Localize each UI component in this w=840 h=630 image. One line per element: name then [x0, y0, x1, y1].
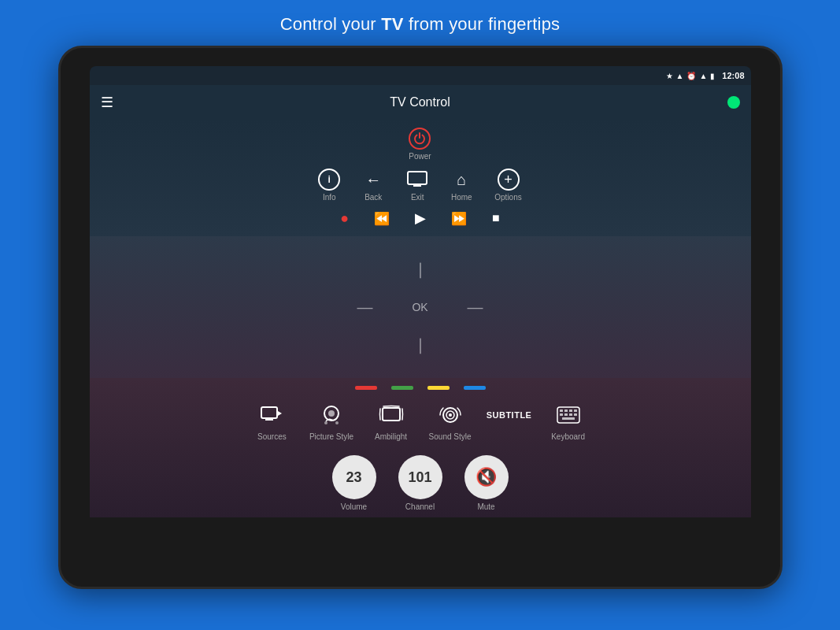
ambilight-icon: [377, 401, 405, 429]
volume-button[interactable]: 23 Volume: [332, 455, 376, 511]
ambilight-svg: [379, 404, 404, 426]
wifi-icon: ▲: [676, 72, 684, 80]
back-label: Back: [364, 193, 382, 202]
keyboard-svg: [557, 406, 580, 424]
picture-style-label: Picture Style: [309, 432, 353, 441]
back-button[interactable]: ← Back: [362, 169, 384, 202]
svg-rect-16: [574, 410, 577, 412]
svg-rect-17: [560, 413, 563, 416]
home-label: Home: [451, 193, 472, 202]
dpad-left-button[interactable]: —: [357, 298, 373, 317]
sound-style-button[interactable]: Sound Style: [428, 401, 472, 441]
back-icon: ←: [362, 169, 384, 191]
sources-button[interactable]: Sources: [250, 401, 294, 441]
power-label: Power: [409, 152, 431, 161]
keyboard-label: Keyboard: [551, 432, 585, 441]
media-row: ● ⏪ ▶ ⏩ ■: [90, 209, 751, 227]
svg-rect-14: [564, 410, 568, 412]
volume-value: 23: [346, 469, 361, 486]
picture-style-icon: [317, 401, 346, 429]
volume-label: Volume: [341, 502, 367, 511]
vmc-row: 23 Volume 101 Channel 🔇 Mute: [90, 455, 751, 511]
options-label: Options: [494, 193, 521, 202]
status-icons: ★ ▲ ⏰ ▲ ▮: [666, 72, 716, 80]
yellow-button[interactable]: [427, 386, 450, 390]
power-row: Power: [90, 128, 751, 161]
ambilight-button[interactable]: Ambilight: [369, 401, 413, 441]
subtitle-icon: SUBTITLE: [495, 401, 524, 429]
exit-button[interactable]: Exit: [406, 169, 428, 202]
keyboard-button[interactable]: Keyboard: [546, 401, 590, 441]
svg-rect-20: [574, 413, 577, 416]
svg-rect-15: [569, 410, 572, 412]
sound-style-label: Sound Style: [429, 432, 472, 441]
dpad-down-button[interactable]: ∣: [416, 335, 424, 354]
home-icon: ⌂: [450, 169, 472, 191]
mute-icon: 🔇: [476, 467, 497, 487]
svg-rect-3: [261, 407, 277, 418]
channel-button[interactable]: 101 Channel: [398, 455, 442, 511]
power-icon: [409, 128, 431, 150]
svg-point-11: [449, 413, 452, 417]
forward-button[interactable]: ⏩: [451, 211, 467, 226]
page-headline: Control your TV from your fingertips: [280, 14, 561, 35]
controls-section: Power i Info ← Back: [90, 120, 751, 236]
svg-point-6: [324, 421, 327, 424]
tablet-screen: ★ ▲ ⏰ ▲ ▮ 12:08 ☰ TV Control: [90, 66, 751, 569]
status-bar: ★ ▲ ⏰ ▲ ▮ 12:08: [90, 66, 751, 85]
svg-point-5: [328, 410, 335, 417]
tablet-frame: PHILIPS ★ ▲ ⏰ ▲ ▮ 12:08 ☰ TV Control: [58, 46, 783, 589]
sound-style-icon: [436, 401, 464, 429]
exit-label: Exit: [411, 193, 424, 202]
power-button[interactable]: Power: [409, 128, 431, 161]
info-icon: i: [318, 169, 340, 191]
picture-style-svg: [320, 404, 343, 426]
signal-icon: ▲: [699, 72, 707, 80]
home-button[interactable]: ⌂ Home: [450, 169, 472, 202]
svg-rect-18: [564, 413, 568, 416]
dpad-ok-button[interactable]: OK: [412, 301, 427, 313]
info-label: Info: [323, 193, 336, 202]
volume-circle: 23: [332, 455, 376, 499]
rewind-button[interactable]: ⏪: [374, 211, 390, 226]
stop-button[interactable]: ■: [492, 211, 500, 225]
options-icon: +: [498, 169, 520, 191]
record-button[interactable]: ●: [340, 210, 349, 227]
blue-button[interactable]: [464, 386, 486, 390]
connection-dot: [727, 96, 740, 109]
battery-icon: ▮: [710, 72, 715, 80]
green-button[interactable]: [391, 386, 413, 390]
ambilight-label: Ambilight: [375, 432, 407, 441]
dpad: ∣ — OK — ∣: [357, 260, 483, 354]
mute-button[interactable]: 🔇 Mute: [464, 455, 509, 511]
channel-label: Channel: [405, 502, 435, 511]
picture-style-button[interactable]: Picture Style: [309, 401, 353, 441]
subtitle-text: SUBTITLE: [487, 410, 532, 420]
tv-svg: [407, 171, 427, 188]
info-button[interactable]: i Info: [318, 169, 340, 202]
play-button[interactable]: ▶: [415, 209, 426, 227]
mute-circle: 🔇: [464, 455, 509, 499]
svg-rect-13: [560, 410, 563, 412]
bottom-section: Sources Picture Style: [90, 378, 751, 517]
status-time: 12:08: [722, 71, 744, 80]
svg-rect-0: [408, 172, 427, 184]
options-button[interactable]: + Options: [494, 169, 521, 202]
top-bar: ☰ TV Control: [90, 85, 751, 120]
channel-value: 101: [408, 469, 431, 486]
exit-icon: [406, 169, 428, 191]
mute-label: Mute: [477, 502, 494, 511]
bluetooth-icon: ★: [666, 72, 673, 80]
subtitle-button[interactable]: SUBTITLE: [487, 401, 531, 441]
red-button[interactable]: [355, 386, 377, 390]
dpad-right-button[interactable]: —: [468, 298, 483, 317]
menu-icon[interactable]: ☰: [101, 94, 113, 111]
dpad-up-button[interactable]: ∣: [416, 260, 424, 279]
nav-row: i Info ← Back: [90, 169, 751, 202]
alarm-icon: ⏰: [686, 72, 696, 80]
dpad-section: ∣ — OK — ∣: [90, 236, 751, 378]
sound-style-svg: [439, 404, 462, 426]
sources-svg: [261, 406, 283, 424]
svg-rect-21: [562, 417, 575, 420]
sources-icon: [257, 401, 286, 429]
